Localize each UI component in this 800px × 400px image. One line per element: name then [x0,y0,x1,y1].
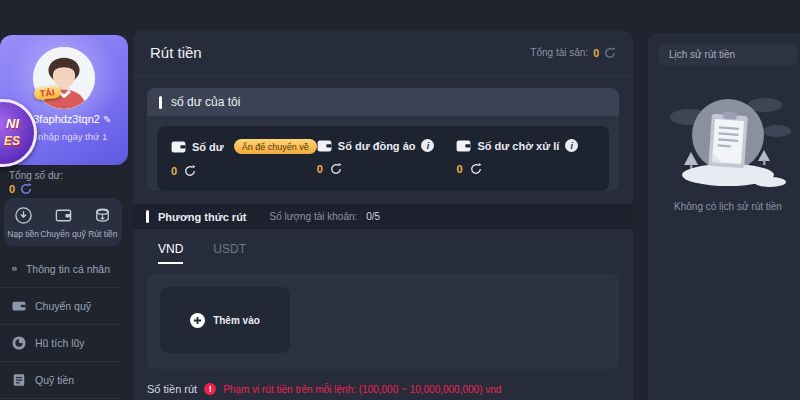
info-icon[interactable]: i [421,139,434,152]
withdraw-amount-row: Số tiền rút ! Phạm vi rút tiền trên mỗi … [147,383,619,395]
total-balance-block: Tổng số dư: 0 [9,170,63,195]
menu-label: Quỹ tiền [35,374,74,386]
menu-label: Chuyển quỹ [35,300,91,312]
refresh-icon[interactable] [470,163,482,175]
wallet-icon [171,141,186,153]
total-assets: Tổng tài sản: 0 [530,47,616,59]
account-count-value: 0/5 [366,211,380,222]
jar-icon [12,336,26,350]
transfer-back-badge[interactable]: Ấn để chuyển về [234,139,317,154]
add-bank-account-button[interactable]: Thêm vào [160,287,290,353]
balance-card-virtual: Số dư đồng ảo i 0 [317,139,457,177]
total-balance-value: 0 [9,183,15,195]
balance-value: 0 [456,163,462,175]
sidebar-menu: Thông tin cá nhân Chuyển quỹ Hũ tích lũy [0,251,122,399]
avatar-person-icon [33,47,95,109]
withdraw-method-header: Phương thức rút Số lượng tài khoản: 0/5 [133,204,633,229]
promo-badge-text: ES [4,134,20,148]
balance-value: 0 [317,163,323,175]
quick-actions: Nạp tiền Chuyển quỹ Rút tiền [4,198,122,246]
tab-usdt[interactable]: USDT [213,242,246,264]
refresh-icon[interactable] [184,165,196,177]
user-icon [12,262,17,276]
accent-bar [146,210,149,223]
my-balance-section: số dư của tôi Số dư Ấn để chuyển về 0 [147,88,619,191]
withdraw-icon [93,206,112,225]
transfer-funds-button[interactable]: Chuyển quỹ [40,206,85,239]
promo-badge-text: NI [6,116,19,131]
sidebar: vzk3faphdz3tqn2✎ Gia nhập ngày thứ 1 TẢI… [0,0,130,400]
currency-tabs: VND USDT [133,229,633,264]
refresh-icon[interactable] [604,47,616,59]
add-card-label: Thêm vào [213,315,260,326]
main-header: Rút tiền Tổng tài sản: 0 [133,30,633,76]
sidebar-item-transfer-funds[interactable]: Chuyển quỹ [0,288,122,325]
withdraw-main-panel: Rút tiền Tổng tài sản: 0 số dư của tôi [133,30,633,400]
balance-section-header: số dư của tôi [147,88,619,116]
balance-section-title: số dư của tôi [171,95,240,109]
action-label: Nạp tiền [7,229,39,239]
balance-label: Số dư [192,141,224,153]
balance-label: Số dư chờ xử lí [477,140,559,152]
empty-state-illustration [648,87,800,191]
wallet-icon [12,299,26,313]
account-count-label: Số lượng tài khoản: [270,211,358,222]
plus-icon [190,313,205,328]
avatar[interactable] [33,47,95,109]
accent-bar [159,96,162,109]
balance-card-pending: Số dư chờ xử lí i 0 [456,139,600,177]
withdraw-button[interactable]: Rút tiền [86,206,120,239]
balance-value: 0 [171,165,177,177]
deposit-button[interactable]: Nạp tiền [6,206,40,239]
tab-vnd[interactable]: VND [158,242,183,264]
bank-accounts-panel: Thêm vào [147,274,619,369]
wallet-icon [456,140,471,152]
deposit-icon [14,206,33,225]
refresh-icon[interactable] [330,163,342,175]
balance-cards: Số dư Ấn để chuyển về 0 [157,126,609,191]
sidebar-item-savings-jar[interactable]: Hũ tích lũy [0,325,122,362]
total-assets-label: Tổng tài sản: [530,47,588,58]
total-assets-value: 0 [593,47,599,59]
history-title: Lịch sử rút tiền [658,44,798,65]
sidebar-item-personal-info[interactable]: Thông tin cá nhân [0,251,122,288]
total-balance-label: Tổng số dư: [9,170,63,181]
action-label: Rút tiền [88,229,117,239]
refresh-icon[interactable] [20,183,32,195]
balance-card-main: Số dư Ấn để chuyển về 0 [171,139,317,177]
withdraw-amount-label: Số tiền rút [147,383,197,395]
balance-label: Số dư đồng ảo [338,140,416,152]
withdraw-limit-warning: Phạm vi rút tiền trên mỗi lệnh: (100,000… [223,384,501,395]
fund-icon [12,373,26,387]
withdraw-history-panel: Lịch sử rút tiền Không c [648,33,800,400]
wallet-icon [317,140,332,152]
edit-username-icon[interactable]: ✎ [103,114,111,125]
withdraw-method-title: Phương thức rút [158,211,247,223]
info-icon[interactable]: i [565,139,578,152]
action-label: Chuyển quỹ [40,229,85,239]
sidebar-item-funds[interactable]: Quỹ tiền [0,362,122,399]
empty-history-text: Không có lịch sử rút tiền [648,201,800,212]
transfer-icon [54,206,73,225]
menu-label: Thông tin cá nhân [26,263,110,275]
menu-label: Hũ tích lũy [35,337,85,349]
page-title: Rút tiền [150,44,202,61]
warning-icon: ! [204,383,216,395]
empty-history-illustration-icon [662,87,794,191]
